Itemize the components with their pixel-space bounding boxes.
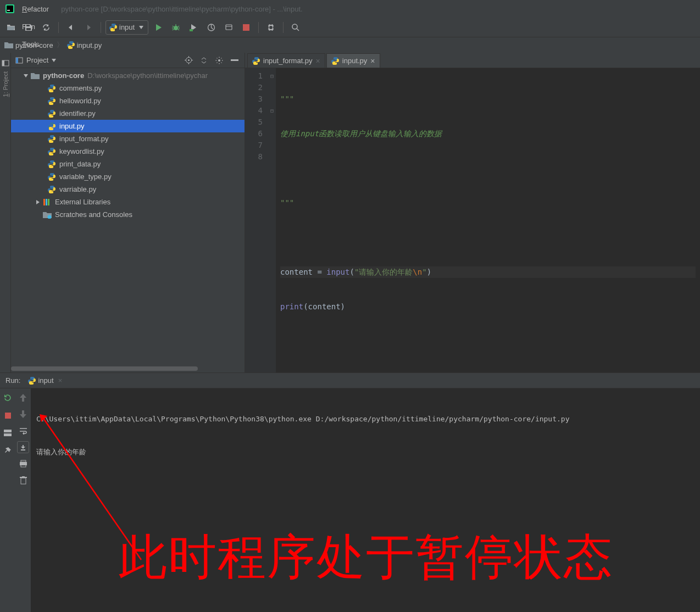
svg-rect-31	[22, 476, 25, 477]
caret-down-icon[interactable]	[52, 59, 56, 62]
run-config-name: input	[38, 376, 53, 385]
editor-tab[interactable]: input_format.py×	[247, 53, 325, 68]
code-editor[interactable]: 12345678 ⊟⊟ """ 使用input函数读取用户从键盘输入输入的数据 …	[245, 68, 700, 372]
scratches-icon	[43, 210, 52, 219]
pyfile-icon	[47, 160, 56, 169]
attach-icon[interactable]	[221, 20, 236, 35]
debug-icon[interactable]	[168, 20, 184, 35]
tree-file[interactable]: print_data.py	[11, 158, 245, 170]
close-icon[interactable]: ×	[370, 57, 375, 65]
tree-file[interactable]: identifier.py	[11, 107, 245, 120]
editor-area: input_format.py×input.py× 12345678 ⊟⊟ ""…	[245, 53, 700, 372]
stop-icon[interactable]	[2, 409, 14, 421]
pyfile-icon	[331, 57, 339, 65]
gear-icon[interactable]	[214, 56, 225, 64]
project-tree[interactable]: python-core D:\workspace\python\ittimeli…	[11, 68, 245, 365]
svg-point-16	[188, 59, 190, 61]
svg-rect-1	[7, 5, 13, 12]
svg-point-17	[218, 59, 220, 62]
save-all-icon[interactable]	[21, 20, 36, 35]
chevron-down-icon	[22, 73, 30, 79]
soft-wrap-icon[interactable]	[17, 425, 29, 437]
pin-icon[interactable]	[2, 444, 14, 457]
tree-file[interactable]: variable_type.py	[11, 170, 245, 183]
project-root[interactable]: python-core D:\workspace\python\ittimeli…	[11, 69, 245, 82]
left-tool-stripe: 1: Project	[0, 53, 11, 372]
python-icon	[109, 24, 117, 31]
tree-file[interactable]: keywordlist.py	[11, 145, 245, 158]
svg-rect-14	[16, 58, 18, 63]
console-line: 请输入你的年龄	[36, 447, 695, 458]
breadcrumb-item[interactable]: python-core	[4, 41, 53, 49]
folder-icon	[4, 41, 13, 49]
down-icon[interactable]	[17, 408, 29, 420]
run-actions-secondary	[15, 388, 31, 612]
svg-rect-4	[26, 28, 31, 30]
svg-rect-9	[243, 24, 249, 31]
svg-rect-19	[43, 199, 45, 205]
search-icon[interactable]	[288, 20, 303, 35]
expand-all-icon[interactable]	[198, 56, 209, 64]
svg-rect-18	[231, 59, 238, 61]
tree-file[interactable]: input_format.py	[11, 132, 245, 145]
python-icon	[28, 377, 36, 385]
open-icon[interactable]	[3, 20, 19, 35]
scratches-consoles[interactable]: Scratches and Consoles	[11, 208, 245, 221]
close-icon[interactable]: ×	[316, 57, 320, 65]
run-configuration-combo[interactable]: input	[105, 20, 148, 35]
editor-tab[interactable]: input.py×	[326, 53, 380, 68]
sync-icon[interactable]	[38, 20, 54, 35]
pyfile-icon	[47, 122, 56, 131]
breadcrumb-label: python-core	[15, 41, 53, 49]
run-icon[interactable]	[151, 20, 166, 35]
project-view-icon	[15, 57, 23, 64]
locate-icon[interactable]	[183, 56, 194, 64]
svg-rect-25	[4, 433, 12, 436]
settings-icon[interactable]	[263, 20, 279, 35]
run-coverage-icon[interactable]	[186, 20, 201, 35]
console-output[interactable]: C:\Users\ittim\AppData\Local\Programs\Py…	[31, 388, 700, 612]
breadcrumb-label: input.py	[77, 41, 102, 49]
svg-point-10	[292, 24, 297, 29]
stop-icon[interactable]	[238, 20, 254, 35]
up-icon[interactable]	[17, 392, 29, 404]
svg-rect-3	[26, 25, 30, 26]
tree-file[interactable]: helloworld.py	[11, 94, 245, 107]
hide-icon[interactable]	[229, 56, 240, 64]
run-config-tab[interactable]: input ×	[28, 376, 62, 385]
tree-file[interactable]: comments.py	[11, 82, 245, 94]
pyfile-icon	[47, 109, 56, 118]
print-icon[interactable]	[17, 458, 29, 470]
forward-icon[interactable]	[81, 20, 96, 35]
breadcrumb-item[interactable]: input.py	[67, 41, 102, 49]
back-icon[interactable]	[63, 20, 79, 35]
console-line: C:\Users\ittim\AppData\Local\Programs\Py…	[36, 414, 695, 425]
trash-icon[interactable]	[17, 474, 29, 486]
tree-file[interactable]: varriable.py	[11, 183, 245, 196]
svg-rect-2	[7, 10, 10, 11]
external-libraries[interactable]: External Libraries	[11, 196, 245, 208]
layout-icon[interactable]	[2, 427, 14, 439]
toolbar: input	[0, 18, 700, 37]
run-tool-header: Run: input ×	[0, 373, 700, 388]
editor-tabs: input_format.py×input.py×	[245, 53, 700, 68]
caret-down-icon	[139, 26, 143, 29]
libraries-icon	[43, 198, 52, 207]
project-tool-icon[interactable]	[2, 59, 9, 67]
close-icon[interactable]: ×	[58, 376, 63, 385]
pyfile-icon	[47, 84, 56, 93]
pyfile-icon	[47, 173, 56, 181]
rerun-icon[interactable]	[2, 392, 14, 404]
profile-icon[interactable]	[203, 20, 219, 35]
project-panel-title: Project	[26, 56, 48, 64]
scroll-to-end-icon[interactable]	[17, 441, 29, 453]
horizontal-scrollbar[interactable]	[11, 365, 245, 372]
menu-refactor[interactable]: Refactor	[18, 0, 54, 18]
pyfile-icon	[252, 57, 260, 65]
code-content[interactable]: """ 使用input函数读取用户从键盘输入输入的数据 """ content …	[276, 68, 700, 372]
svg-rect-21	[48, 199, 49, 205]
project-tool-label[interactable]: 1: Project	[1, 69, 10, 99]
svg-rect-26	[21, 460, 26, 462]
svg-rect-24	[4, 430, 12, 432]
tree-file[interactable]: input.py	[11, 120, 245, 132]
